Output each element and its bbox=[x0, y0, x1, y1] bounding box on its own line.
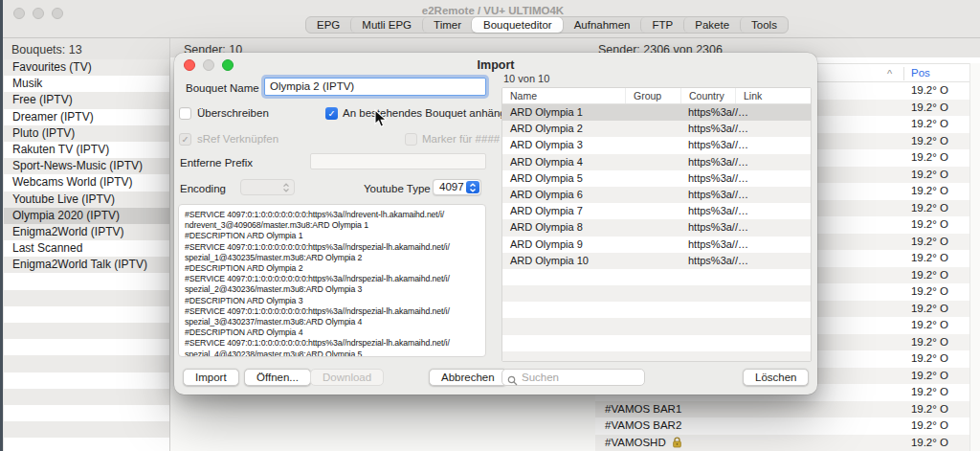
import-row-name: ARD Olympia 7 bbox=[502, 203, 680, 219]
vertical-scrollbar[interactable] bbox=[969, 63, 980, 451]
empty-row bbox=[502, 269, 811, 285]
name-column-header[interactable]: Name bbox=[502, 88, 625, 103]
import-button[interactable]: Import bbox=[183, 369, 239, 386]
import-list-row[interactable]: ARD Olympia 10https%3a//… bbox=[502, 253, 811, 269]
empty-row bbox=[502, 335, 811, 351]
dialog-title: Import bbox=[174, 58, 817, 72]
bouquet-item[interactable]: Last Scanned bbox=[4, 240, 169, 257]
tab-aufnahmen[interactable]: Aufnahmen bbox=[563, 17, 641, 33]
channel-pos: 19.2° O bbox=[881, 167, 969, 184]
channel-row[interactable]: #VAMOS BAR119.2° O bbox=[595, 401, 969, 418]
import-row-name: ARD Olympia 8 bbox=[502, 219, 680, 236]
import-list-row[interactable]: ARD Olympia 4https%3a//… bbox=[502, 154, 811, 170]
background-window-edge bbox=[0, 0, 3, 451]
import-row-link: https%3a//… bbox=[680, 170, 811, 187]
main-titlebar: e2Remote / VU+ ULTIMO4K EPGMutli EPGTime… bbox=[3, 0, 980, 38]
channel-row[interactable]: #VAMOSHD19.2° O bbox=[595, 435, 969, 451]
bouquet-item[interactable]: Favourites (TV) bbox=[4, 59, 169, 76]
import-row-link: https%3a//… bbox=[680, 203, 811, 219]
youtube-type-select[interactable]: 4097 bbox=[433, 179, 481, 195]
import-row-link: https%3a//… bbox=[680, 237, 811, 253]
ueberschreiben-label[interactable]: Überschreiben bbox=[197, 107, 269, 119]
link-column-header[interactable]: Link bbox=[735, 88, 811, 103]
import-row-link bbox=[680, 318, 811, 334]
tab-ftp[interactable]: FTP bbox=[640, 17, 683, 33]
import-list-row[interactable]: ARD Olympia 5https%3a//… bbox=[502, 170, 811, 187]
import-list-row[interactable]: ARD Olympia 7https%3a//… bbox=[502, 203, 811, 219]
bouquet-item[interactable]: Musik bbox=[4, 76, 169, 92]
mouse-cursor-icon bbox=[374, 109, 388, 128]
bouquet-item[interactable]: Olympia 2020 (IPTV) bbox=[4, 208, 169, 224]
open-button[interactable]: Öffnen... bbox=[244, 369, 311, 386]
bouquet-item[interactable]: Enigma2World Talk (IPTV) bbox=[4, 257, 169, 273]
import-list-row[interactable]: ARD Olympia 2https%3a//… bbox=[502, 121, 811, 137]
import-list-header: Name Group Country Link bbox=[502, 88, 811, 104]
import-row-name: ARD Olympia 5 bbox=[502, 170, 680, 187]
entferne-prefix-input[interactable] bbox=[310, 153, 486, 169]
ueberschreiben-checkbox[interactable] bbox=[179, 107, 191, 120]
import-list-body: ARD Olympia 1https%3a//…ARD Olympia 2htt… bbox=[502, 104, 811, 362]
import-list-row[interactable]: ARD Olympia 6https%3a//… bbox=[502, 187, 811, 203]
sref-label: sRef Verknüpfen bbox=[197, 133, 278, 145]
import-row-link: https%3a//… bbox=[680, 121, 811, 137]
import-row-name bbox=[502, 285, 680, 302]
pos-column-header[interactable]: Pos bbox=[911, 67, 930, 79]
channel-pos: 19.2° O bbox=[881, 216, 969, 234]
tab-pakete[interactable]: Pakete bbox=[683, 17, 740, 33]
service-text-area[interactable]: #SERVICE 4097:0:1:0:0:0:0:0:0:0:https%3a… bbox=[178, 204, 486, 357]
channel-pos: 19.2° O bbox=[881, 435, 969, 451]
search-input[interactable]: Suchen bbox=[501, 369, 645, 386]
import-list-row[interactable]: ARD Olympia 3https%3a//… bbox=[502, 137, 811, 153]
cancel-button[interactable]: Abbrechen bbox=[429, 369, 507, 386]
import-row-name: ARD Olympia 2 bbox=[502, 121, 680, 137]
bouquet-item[interactable]: Pluto (IPTV) bbox=[4, 125, 169, 142]
import-list-row[interactable]: ARD Olympia 8https%3a//… bbox=[502, 219, 811, 236]
anhaengen-label[interactable]: An bestehendes Bouquet anhängen bbox=[343, 107, 519, 119]
stepper-icon[interactable] bbox=[466, 181, 479, 193]
bouquet-item[interactable]: Youtube Live (IPTV) bbox=[4, 192, 169, 208]
marker-label: Marker für #### bbox=[422, 133, 500, 145]
delete-button[interactable]: Löschen bbox=[743, 369, 809, 386]
bouquet-item[interactable]: Rakuten TV (IPTV) bbox=[4, 142, 169, 158]
tab-epg[interactable]: EPG bbox=[306, 17, 350, 33]
bouquets-count-label: Bouquets: 13 bbox=[11, 43, 82, 56]
bouquet-item[interactable]: Webcams World (IPTV) bbox=[4, 174, 169, 191]
marker-checkbox bbox=[405, 133, 417, 146]
empty-row bbox=[4, 273, 169, 289]
tab-tools[interactable]: Tools bbox=[740, 17, 788, 33]
channel-name: #VAMOS BAR2 bbox=[595, 417, 881, 435]
screen: e2Remote / VU+ ULTIMO4K EPGMutli EPGTime… bbox=[0, 0, 980, 451]
lock-icon bbox=[672, 437, 682, 448]
window-title: e2Remote / VU+ ULTIMO4K bbox=[3, 5, 980, 16]
import-row-link bbox=[680, 269, 811, 285]
import-list-row[interactable]: ARD Olympia 9https%3a//… bbox=[502, 237, 811, 253]
empty-row bbox=[4, 438, 169, 451]
tab-timer[interactable]: Timer bbox=[422, 17, 472, 33]
import-list-row[interactable]: ARD Olympia 1https%3a//… bbox=[502, 104, 811, 121]
bouquet-item[interactable]: Free (IPTV) bbox=[4, 92, 169, 108]
empty-row bbox=[4, 355, 169, 372]
bouquet-item[interactable]: Dreamer (IPTV) bbox=[4, 109, 169, 125]
import-row-name bbox=[502, 318, 680, 334]
channel-pos: 19.2° O bbox=[881, 350, 969, 368]
bouquet-name-input[interactable]: Olympia 2 (IPTV) bbox=[264, 78, 486, 96]
tab-bouqueteditor[interactable]: Bouqueteditor bbox=[472, 17, 563, 33]
import-row-name bbox=[502, 351, 680, 362]
channel-name-text: #VAMOS BAR1 bbox=[605, 401, 681, 418]
channel-pos: 19.2° O bbox=[881, 82, 969, 100]
sort-ascending-icon[interactable]: ^ bbox=[887, 69, 892, 79]
country-column-header[interactable]: Country bbox=[680, 88, 735, 103]
import-row-link: https%3a//… bbox=[680, 253, 811, 269]
channel-pos: 19.2° O bbox=[881, 334, 969, 351]
anhaengen-checkbox[interactable]: ✓ bbox=[325, 107, 338, 120]
import-dialog: Import Bouquet Name Olympia 2 (IPTV) Übe… bbox=[174, 53, 817, 395]
tab-mutli-epg[interactable]: Mutli EPG bbox=[350, 17, 422, 33]
bouquet-item[interactable]: Sport-News-Music (IPTV) bbox=[4, 158, 169, 174]
channel-pos: 19.2° O bbox=[881, 283, 969, 301]
empty-row bbox=[502, 351, 811, 362]
bouquet-item[interactable]: Enigma2World (IPTV) bbox=[4, 224, 169, 240]
channel-pos: 19.2° O bbox=[881, 250, 969, 267]
channel-pos: 19.2° O bbox=[881, 234, 969, 251]
group-column-header[interactable]: Group bbox=[625, 88, 680, 103]
channel-row[interactable]: #VAMOS BAR219.2° O bbox=[595, 417, 969, 435]
